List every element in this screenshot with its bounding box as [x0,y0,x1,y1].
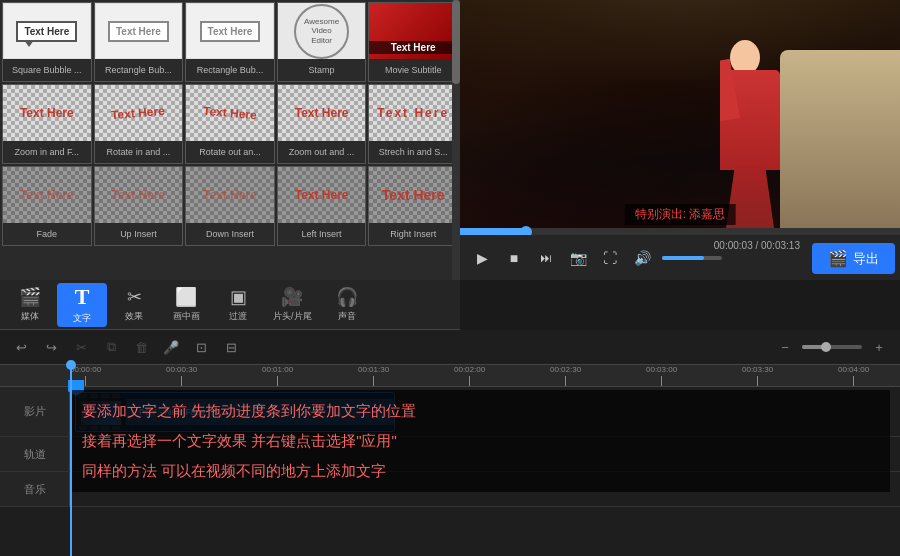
playhead[interactable] [70,365,72,556]
delete-button[interactable]: 🗑 [130,336,152,358]
effect-label-2: Rectangle Bub... [186,59,274,81]
zoom-in-btn[interactable]: + [868,336,890,358]
ruler-mark-8: 00:04:00 [838,365,869,386]
effect-text-10: Text Here [20,188,74,202]
effect-text-13: Text Here [295,188,349,202]
effect-text-6: Text Here [111,104,166,123]
transition-label: 过渡 [229,310,247,323]
effects-scrollbar[interactable] [452,0,460,280]
tool-transition[interactable]: ▣ 过渡 [213,283,263,327]
picture-label: 画中画 [173,310,200,323]
tool-media[interactable]: 🎬 媒体 [5,283,55,327]
volume-fill [662,256,704,260]
effect-text-0: Text Here [24,26,69,37]
effect-text-2: Text Here [208,26,253,37]
total-time: 00:03:13 [761,240,800,251]
export-button[interactable]: 🎬 导出 [812,243,895,274]
effect-down-insert[interactable]: Text Here Down Insert [185,166,275,246]
effect-text-7: Text Here [203,104,258,123]
media-icon: 🎬 [19,286,41,308]
effect-rect-bubble-2[interactable]: Text Here Rectangle Bub... [185,2,275,82]
volume-button[interactable]: 🔊 [630,246,654,270]
effect-rotate-out[interactable]: Text Here Rotate out an... [185,84,275,164]
effect-rect-bubble-1[interactable]: Text Here Rectangle Bub... [94,2,184,82]
effect-label-9: Strech in and S... [369,141,457,163]
zoom-slider-thumb[interactable] [821,342,831,352]
effect-text-5: Text Here [20,106,74,120]
time-display: 00:00:03 / 00:03:13 [714,240,800,251]
effect-label-11: Up Insert [95,223,183,245]
video-preview: 特别演出: 添嘉思 [460,0,900,230]
effect-up-insert[interactable]: Text Here Up Insert [94,166,184,246]
tool-audio[interactable]: 🎧 声音 [322,283,372,327]
screenshot-button[interactable]: 📷 [566,246,590,270]
cut-button[interactable]: ✂ [70,336,92,358]
ruler-mark-3: 00:01:30 [358,365,389,386]
track-music-label: 音乐 [0,472,70,506]
tool-text[interactable]: T 文字 [57,283,107,327]
undo-button[interactable]: ↩ [10,336,32,358]
video-preview-panel: 特别演出: 添嘉思 ▶ ■ ⏭ 📷 ⛶ 🔊 00:00:03 / 00:03:1… [460,0,900,280]
tool-effects[interactable]: ✂ 效果 [109,283,159,327]
text-icon: T [75,284,90,310]
effect-stamp[interactable]: AwesomeVideoEditor Stamp [277,2,367,82]
ruler-mark-4: 00:02:00 [454,365,485,386]
ruler-content: 00:00:00 00:00:30 00:01:00 00:01:30 00:0… [70,365,900,386]
effect-label-5: Zoom in and F... [3,141,91,163]
scrollbar-thumb[interactable] [452,0,460,84]
video-subtitle: 特别演出: 添嘉思 [625,204,736,225]
redo-button[interactable]: ↪ [40,336,62,358]
fullscreen-button[interactable]: ⛶ [598,246,622,270]
export-label: 导出 [853,250,879,268]
effect-zoom-out[interactable]: Text Here Zoom out and ... [277,84,367,164]
play-button[interactable]: ▶ [470,246,494,270]
stop-button[interactable]: ■ [502,246,526,270]
zoom-slider[interactable] [802,345,862,349]
effect-fade[interactable]: Text Here Fade [2,166,92,246]
effect-label-8: Zoom out and ... [278,141,366,163]
volume-bar[interactable] [662,256,722,260]
effect-zoom-in[interactable]: Text Here Zoom in and F... [2,84,92,164]
instruction-line3: 同样的方法 可以在视频不同的地方上添加文字 [82,456,878,486]
effect-stretch[interactable]: Text Here Strech in and S... [368,84,458,164]
current-time: 00:00:03 [714,240,753,251]
next-frame-button[interactable]: ⏭ [534,246,558,270]
effect-text-8: Text Here [295,106,349,120]
effect-right-insert[interactable]: Text Here Right Insert [368,166,458,246]
effects-grid: Text Here Square Bubble ... Text Here Re… [0,0,460,248]
ruler-mark-6: 00:03:00 [646,365,677,386]
effect-label-4: Movie Subtitle [369,59,457,81]
effects-icon: ✂ [127,286,142,308]
track-film-label: 影片 [0,387,70,436]
zoom-out-btn[interactable]: − [774,336,796,358]
ruler-mark-7: 00:03:30 [742,365,773,386]
detach-button-2[interactable]: ⊟ [220,336,242,358]
zoom-controls: − + [774,336,890,358]
export-icon: 🎬 [828,249,848,268]
effect-text-11: Text Here [111,188,165,202]
effects-panel: Text Here Square Bubble ... Text Here Re… [0,0,460,280]
instruction-overlay: 要添加文字之前 先拖动进度条到你要加文字的位置 接着再选择一个文字效果 并右键点… [70,390,890,492]
effect-text-14: Text Here [382,187,445,203]
tool-picture[interactable]: ⬜ 画中画 [161,283,211,327]
detach-button[interactable]: ⊡ [190,336,212,358]
instruction-line2: 接着再选择一个文字效果 并右键点击选择"应用" [82,426,878,456]
effect-movie-subtitle[interactable]: Text Here Movie Subtitle [368,2,458,82]
tool-opening[interactable]: 🎥 片头/片尾 [265,283,320,327]
copy-button[interactable]: ⧉ [100,336,122,358]
effect-square-bubble[interactable]: Text Here Square Bubble ... [2,2,92,82]
effect-left-insert[interactable]: Text Here Left Insert [277,166,367,246]
ruler-mark-2: 00:01:00 [262,365,293,386]
record-button[interactable]: 🎤 [160,336,182,358]
video-controls: ▶ ■ ⏭ 📷 ⛶ 🔊 00:00:03 / 00:03:13 🎬 导出 [460,235,900,280]
text-label: 文字 [73,312,91,325]
effect-text-9: Text Here [377,106,449,120]
effect-label-7: Rotate out an... [186,141,274,163]
effect-rotate-in[interactable]: Text Here Rotate in and ... [94,84,184,164]
effect-text-4: Text Here [391,42,436,53]
track-overlay-label: 轨道 [0,437,70,471]
audio-label: 声音 [338,310,356,323]
timeline-ruler: 00:00:00 00:00:30 00:01:00 00:01:30 00:0… [0,365,900,387]
opening-label: 片头/片尾 [273,310,312,323]
effect-label-10: Fade [3,223,91,245]
